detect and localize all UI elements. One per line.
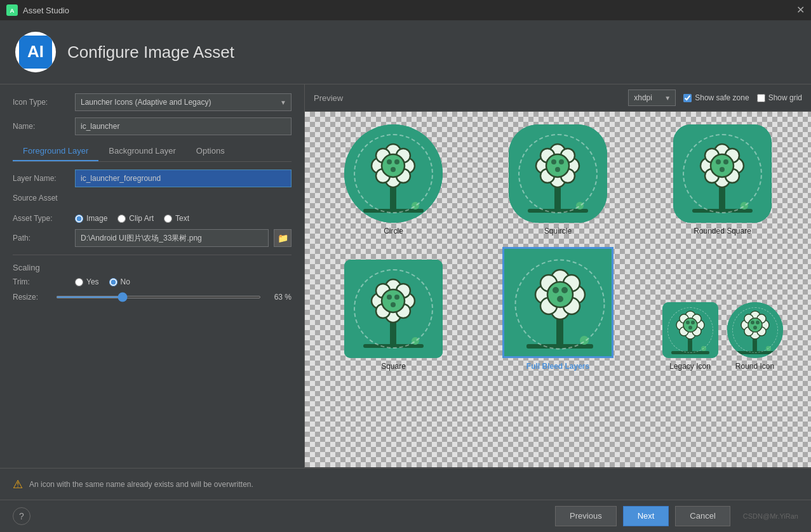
svg-point-17 (387, 159, 392, 164)
legacy-icon-label: Legacy Icon (669, 362, 711, 371)
left-panel: Icon Type: Launcher Icons (Adaptive and … (0, 84, 305, 468)
circle-icon-wrapper (344, 124, 443, 223)
rounded-square-icon (673, 124, 772, 223)
resize-value: 63 % (266, 293, 292, 302)
resize-row: Resize: 63 % (13, 293, 292, 302)
svg-point-34 (559, 159, 564, 164)
trim-row: Trim: Yes No (13, 277, 292, 286)
asset-type-radio-group: Image Clip Art Text (75, 214, 292, 223)
tab-background-layer[interactable]: Background Layer (98, 142, 186, 161)
trim-yes[interactable]: Yes (75, 277, 99, 286)
svg-rect-22 (528, 209, 588, 213)
next-button[interactable]: Next (623, 506, 669, 526)
square-icon (344, 260, 443, 358)
main-area: Icon Type: Launcher Icons (Adaptive and … (0, 84, 811, 468)
preview-cell-full-bleed: Full Bleed Layers (476, 241, 640, 376)
source-asset-label: Source Asset (13, 194, 58, 203)
asset-type-clipart[interactable]: Clip Art (117, 214, 154, 223)
page-title: Configure Image Asset (67, 43, 234, 62)
warning-text: An icon with the same name already exist… (29, 480, 253, 489)
svg-point-82 (561, 287, 568, 293)
show-grid-checkbox[interactable]: Show grid (757, 93, 802, 102)
trim-radio-group: Yes No (75, 277, 292, 286)
density-dropdown[interactable]: xhdpi mdpi hdpi xxhdpi xxxhdpi (628, 90, 676, 106)
icon-type-dropdown[interactable]: Launcher Icons (Adaptive and Legacy) Act… (75, 93, 292, 111)
title-bar: A Asset Studio ✕ (0, 0, 811, 20)
svg-rect-5 (390, 185, 396, 210)
svg-point-18 (394, 159, 399, 164)
svg-point-19 (391, 167, 396, 172)
svg-point-55 (412, 337, 419, 345)
cancel-button[interactable]: Cancel (675, 506, 730, 526)
svg-point-67 (391, 302, 396, 307)
show-safe-zone-checkbox[interactable]: Show safe zone (683, 93, 749, 102)
credit-text: CSDN@Mr.YiRan (743, 512, 798, 520)
header-logo: AI (15, 32, 56, 72)
layer-name-input[interactable] (75, 170, 292, 187)
asset-type-image[interactable]: Image (75, 214, 107, 223)
svg-point-50 (723, 159, 728, 164)
svg-rect-6 (363, 209, 424, 213)
title-bar-text: Asset Studio (23, 6, 69, 15)
square-label: Square (381, 362, 406, 371)
bottom-bar: ? Previous Next Cancel CSDN@Mr.YiRan (0, 500, 811, 531)
icon-type-label: Icon Type: (13, 98, 70, 107)
svg-point-49 (716, 159, 721, 164)
layer-name-label: Layer Name: (13, 174, 70, 183)
svg-point-33 (551, 159, 556, 164)
svg-point-51 (720, 167, 725, 172)
square-icon-wrapper (344, 260, 443, 358)
resize-slider[interactable] (56, 296, 261, 298)
scaling-section: Scaling Trim: Yes No Resize: (13, 263, 292, 302)
circle-label: Circle (384, 227, 403, 236)
rounded-square-label: Rounded Square (694, 227, 751, 236)
svg-point-116 (753, 326, 757, 329)
preview-cell-circle: Circle (311, 118, 476, 241)
svg-point-100 (688, 326, 692, 329)
svg-point-48 (711, 154, 734, 177)
svg-point-115 (756, 321, 760, 324)
help-button[interactable]: ? (13, 507, 30, 525)
rounded-square-icon-wrapper (673, 124, 772, 223)
browse-button[interactable]: 📁 (274, 229, 292, 247)
path-label: Path: (13, 234, 70, 243)
squircle-icon-wrapper (509, 124, 607, 223)
previous-button[interactable]: Previous (555, 506, 617, 526)
name-input[interactable] (75, 117, 292, 135)
round-icon-label: Round Icon (735, 362, 774, 371)
asset-type-label: Asset Type: (13, 214, 70, 223)
tab-options[interactable]: Options (186, 142, 235, 161)
trim-label: Trim: (13, 277, 70, 286)
layer-tabs: Foreground Layer Background Layer Option… (13, 142, 292, 162)
svg-point-80 (547, 282, 573, 307)
svg-point-98 (686, 321, 690, 324)
preview-cell-legacy-round: Legacy Icon (640, 241, 805, 376)
svg-point-97 (683, 318, 697, 332)
full-bleed-icon-wrapper (502, 247, 613, 358)
svg-rect-53 (390, 320, 396, 345)
asset-type-text[interactable]: Text (164, 214, 189, 223)
circle-icon (344, 124, 443, 223)
path-input[interactable] (75, 229, 269, 247)
svg-rect-21 (554, 185, 561, 210)
name-label: Name: (13, 122, 70, 131)
svg-point-23 (576, 202, 584, 209)
round-icon (727, 302, 783, 358)
svg-point-16 (382, 154, 405, 177)
layer-name-row: Layer Name: (13, 170, 292, 187)
icon-type-dropdown-wrapper: Launcher Icons (Adaptive and Legacy) Act… (75, 93, 292, 111)
warning-icon: ⚠ (13, 477, 23, 491)
svg-point-83 (557, 296, 563, 302)
svg-point-104 (766, 346, 771, 351)
android-icon: A (6, 4, 18, 16)
svg-point-65 (387, 295, 392, 300)
resize-label: Resize: (13, 293, 51, 302)
svg-point-88 (701, 346, 706, 351)
close-button[interactable]: ✕ (796, 5, 805, 15)
density-dropdown-wrapper: xhdpi mdpi hdpi xxhdpi xxxhdpi ▼ (628, 90, 676, 106)
svg-point-35 (555, 167, 560, 172)
full-bleed-label: Full Bleed Layers (526, 362, 589, 371)
tab-foreground-layer[interactable]: Foreground Layer (13, 142, 98, 161)
svg-text:A: A (10, 7, 14, 14)
trim-no[interactable]: No (109, 277, 130, 286)
